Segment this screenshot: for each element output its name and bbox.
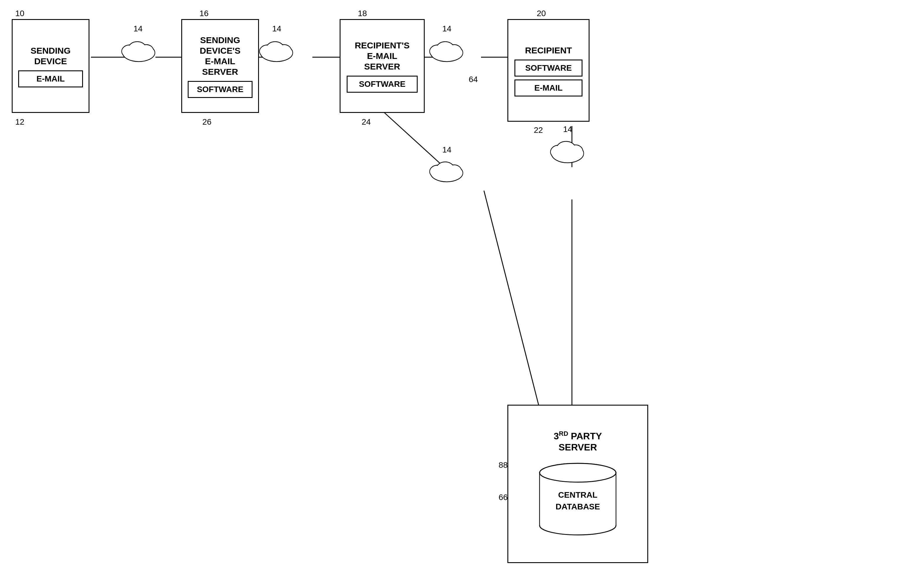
ref-16: 16 <box>199 9 209 18</box>
svg-line-9 <box>484 191 540 409</box>
ref-14-cloud5: 14 <box>563 125 572 134</box>
ref-88: 88 <box>499 460 508 470</box>
sending-server-title: SENDINGDEVICE'SE-MAILSERVER <box>197 33 243 79</box>
cloud-5 <box>549 134 586 167</box>
recipient-title: RECIPIENT <box>523 43 574 58</box>
ref-14-cloud2: 14 <box>272 24 281 33</box>
recipient-server-title: RECIPIENT'SE-MAILSERVER <box>352 38 412 74</box>
connection-lines <box>0 0 923 588</box>
cloud-1 <box>120 35 158 64</box>
sending-device-box: SENDINGDEVICE E-MAIL <box>12 19 89 113</box>
ref-66: 66 <box>499 493 508 502</box>
ref-64: 64 <box>469 75 478 84</box>
third-party-server-box: 3RD PARTYSERVER CENTRAL DATABASE <box>507 405 648 563</box>
ref-18: 18 <box>358 9 367 18</box>
ref-14-cloud1: 14 <box>133 24 143 33</box>
svg-point-41 <box>437 163 454 175</box>
ref-12: 12 <box>15 117 25 127</box>
ref-14-cloud4: 14 <box>442 145 452 154</box>
ref-26: 26 <box>202 117 212 127</box>
ref-10: 10 <box>15 9 25 18</box>
recipient-box: RECIPIENT SOFTWARE E-MAIL <box>507 19 590 122</box>
sending-device-email: E-MAIL <box>18 71 83 87</box>
svg-point-49 <box>557 142 575 155</box>
cloud-2 <box>258 35 296 64</box>
sending-server-software: SOFTWARE <box>188 81 252 98</box>
diagram-container: 10 SENDINGDEVICE E-MAIL 12 14 16 SENDING… <box>0 0 923 588</box>
svg-point-25 <box>267 42 284 54</box>
sending-server-box: SENDINGDEVICE'SE-MAILSERVER SOFTWARE <box>181 19 259 113</box>
cloud-3 <box>428 35 466 64</box>
recipient-email: E-MAIL <box>514 79 583 97</box>
svg-text:CENTRAL: CENTRAL <box>558 490 598 499</box>
sending-device-title: SENDINGDEVICE <box>28 43 73 69</box>
ref-24: 24 <box>361 117 371 127</box>
recipient-server-software: SOFTWARE <box>347 76 417 93</box>
svg-point-33 <box>437 42 454 54</box>
svg-text:DATABASE: DATABASE <box>555 502 600 511</box>
recipient-server-box: RECIPIENT'SE-MAILSERVER SOFTWARE <box>340 19 425 113</box>
central-database: CENTRAL DATABASE <box>534 458 622 540</box>
third-party-server-title: 3RD PARTYSERVER <box>552 427 604 455</box>
svg-point-54 <box>540 463 616 482</box>
recipient-software: SOFTWARE <box>514 59 583 77</box>
ref-20: 20 <box>537 9 546 18</box>
svg-point-17 <box>129 42 146 54</box>
cloud-4 <box>428 155 466 185</box>
ref-22: 22 <box>534 125 543 135</box>
ref-14-cloud3: 14 <box>442 24 452 33</box>
